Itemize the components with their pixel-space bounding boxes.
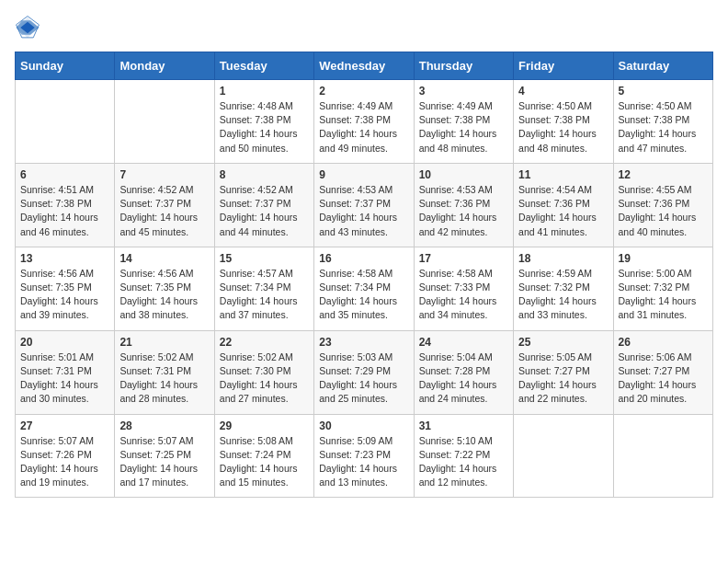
day-number: 28 xyxy=(119,419,209,432)
weekday-header-row: SundayMondayTuesdayWednesdayThursdayFrid… xyxy=(16,52,713,80)
day-info: Sunrise: 5:04 AMSunset: 7:28 PMDaylight:… xyxy=(419,350,508,407)
calendar-cell: 22Sunrise: 5:02 AMSunset: 7:30 PMDayligh… xyxy=(214,330,313,414)
day-info: Sunrise: 4:58 AMSunset: 7:33 PMDaylight:… xyxy=(419,267,508,323)
day-info: Sunrise: 4:50 AMSunset: 7:38 PMDaylight:… xyxy=(619,99,708,155)
calendar-cell xyxy=(115,80,214,164)
calendar-cell: 24Sunrise: 5:04 AMSunset: 7:28 PMDayligh… xyxy=(414,330,513,414)
day-info: Sunrise: 4:49 AMSunset: 7:38 PMDaylight:… xyxy=(419,99,508,155)
calendar-week-3: 13Sunrise: 4:56 AMSunset: 7:35 PMDayligh… xyxy=(16,247,713,330)
day-number: 14 xyxy=(119,252,209,265)
day-number: 3 xyxy=(419,85,508,98)
day-info: Sunrise: 4:50 AMSunset: 7:38 PMDaylight:… xyxy=(518,99,608,155)
day-info: Sunrise: 5:02 AMSunset: 7:30 PMDaylight:… xyxy=(220,350,309,407)
calendar-cell: 31Sunrise: 5:10 AMSunset: 7:22 PMDayligh… xyxy=(414,414,513,498)
day-info: Sunrise: 5:09 AMSunset: 7:23 PMDaylight:… xyxy=(319,434,408,490)
day-number: 7 xyxy=(119,168,209,181)
day-number: 12 xyxy=(619,168,708,181)
logo xyxy=(15,15,44,40)
weekday-header-sunday: Sunday xyxy=(16,52,115,80)
calendar-cell: 20Sunrise: 5:01 AMSunset: 7:31 PMDayligh… xyxy=(16,330,115,414)
day-info: Sunrise: 4:59 AMSunset: 7:32 PMDaylight:… xyxy=(518,267,608,323)
day-number: 24 xyxy=(419,336,508,349)
day-number: 26 xyxy=(619,336,708,349)
calendar-cell: 5Sunrise: 4:50 AMSunset: 7:38 PMDaylight… xyxy=(613,80,712,164)
day-number: 30 xyxy=(319,419,408,432)
calendar-cell: 21Sunrise: 5:02 AMSunset: 7:31 PMDayligh… xyxy=(115,330,214,414)
day-number: 29 xyxy=(220,419,309,432)
calendar-table: SundayMondayTuesdayWednesdayThursdayFrid… xyxy=(15,52,713,498)
day-number: 11 xyxy=(518,168,608,181)
day-info: Sunrise: 4:51 AMSunset: 7:38 PMDaylight:… xyxy=(20,183,109,239)
calendar-week-1: 1Sunrise: 4:48 AMSunset: 7:38 PMDaylight… xyxy=(16,80,713,164)
day-number: 5 xyxy=(619,85,708,98)
day-number: 16 xyxy=(319,252,408,265)
day-number: 8 xyxy=(220,168,309,181)
day-info: Sunrise: 5:07 AMSunset: 7:26 PMDaylight:… xyxy=(20,434,109,490)
calendar-cell: 14Sunrise: 4:56 AMSunset: 7:35 PMDayligh… xyxy=(115,247,214,330)
day-info: Sunrise: 4:49 AMSunset: 7:38 PMDaylight:… xyxy=(319,99,408,155)
calendar-cell: 30Sunrise: 5:09 AMSunset: 7:23 PMDayligh… xyxy=(314,414,414,498)
calendar-cell: 29Sunrise: 5:08 AMSunset: 7:24 PMDayligh… xyxy=(214,414,313,498)
logo-icon xyxy=(15,15,40,40)
day-info: Sunrise: 4:52 AMSunset: 7:37 PMDaylight:… xyxy=(119,183,209,239)
calendar-cell: 16Sunrise: 4:58 AMSunset: 7:34 PMDayligh… xyxy=(314,247,414,330)
calendar-cell: 17Sunrise: 4:58 AMSunset: 7:33 PMDayligh… xyxy=(414,247,513,330)
day-info: Sunrise: 4:57 AMSunset: 7:34 PMDaylight:… xyxy=(220,267,309,323)
day-number: 18 xyxy=(518,252,608,265)
day-info: Sunrise: 4:58 AMSunset: 7:34 PMDaylight:… xyxy=(319,267,408,323)
calendar-cell: 28Sunrise: 5:07 AMSunset: 7:25 PMDayligh… xyxy=(115,414,214,498)
day-number: 6 xyxy=(20,168,109,181)
calendar-cell: 9Sunrise: 4:53 AMSunset: 7:37 PMDaylight… xyxy=(314,163,414,247)
calendar-cell: 8Sunrise: 4:52 AMSunset: 7:37 PMDaylight… xyxy=(214,163,313,247)
calendar-cell: 18Sunrise: 4:59 AMSunset: 7:32 PMDayligh… xyxy=(514,247,613,330)
weekday-header-monday: Monday xyxy=(115,52,214,80)
calendar-cell: 19Sunrise: 5:00 AMSunset: 7:32 PMDayligh… xyxy=(613,247,712,330)
weekday-header-wednesday: Wednesday xyxy=(314,52,414,80)
day-info: Sunrise: 4:48 AMSunset: 7:38 PMDaylight:… xyxy=(220,99,309,155)
calendar-cell: 6Sunrise: 4:51 AMSunset: 7:38 PMDaylight… xyxy=(16,163,115,247)
day-number: 19 xyxy=(619,252,708,265)
day-info: Sunrise: 4:55 AMSunset: 7:36 PMDaylight:… xyxy=(619,183,708,239)
day-number: 20 xyxy=(20,336,109,349)
calendar-cell: 23Sunrise: 5:03 AMSunset: 7:29 PMDayligh… xyxy=(314,330,414,414)
day-number: 17 xyxy=(419,252,508,265)
day-number: 1 xyxy=(220,85,309,98)
calendar-week-4: 20Sunrise: 5:01 AMSunset: 7:31 PMDayligh… xyxy=(16,330,713,414)
calendar-cell: 13Sunrise: 4:56 AMSunset: 7:35 PMDayligh… xyxy=(16,247,115,330)
day-info: Sunrise: 5:00 AMSunset: 7:32 PMDaylight:… xyxy=(619,267,708,323)
day-number: 10 xyxy=(419,168,508,181)
day-info: Sunrise: 5:10 AMSunset: 7:22 PMDaylight:… xyxy=(419,434,508,490)
calendar-cell: 12Sunrise: 4:55 AMSunset: 7:36 PMDayligh… xyxy=(613,163,712,247)
calendar-cell: 1Sunrise: 4:48 AMSunset: 7:38 PMDaylight… xyxy=(214,80,313,164)
day-info: Sunrise: 4:56 AMSunset: 7:35 PMDaylight:… xyxy=(119,267,209,323)
day-info: Sunrise: 4:52 AMSunset: 7:37 PMDaylight:… xyxy=(220,183,309,239)
day-number: 21 xyxy=(119,336,209,349)
calendar-cell xyxy=(613,414,712,498)
day-number: 25 xyxy=(518,336,608,349)
day-number: 9 xyxy=(319,168,408,181)
day-number: 4 xyxy=(518,85,608,98)
calendar-cell: 2Sunrise: 4:49 AMSunset: 7:38 PMDaylight… xyxy=(314,80,414,164)
day-number: 27 xyxy=(20,419,109,432)
calendar-cell: 26Sunrise: 5:06 AMSunset: 7:27 PMDayligh… xyxy=(613,330,712,414)
calendar-cell: 4Sunrise: 4:50 AMSunset: 7:38 PMDaylight… xyxy=(514,80,613,164)
calendar-cell: 15Sunrise: 4:57 AMSunset: 7:34 PMDayligh… xyxy=(214,247,313,330)
calendar-cell xyxy=(514,414,613,498)
weekday-header-friday: Friday xyxy=(514,52,613,80)
calendar-cell: 27Sunrise: 5:07 AMSunset: 7:26 PMDayligh… xyxy=(16,414,115,498)
day-number: 23 xyxy=(319,336,408,349)
day-number: 15 xyxy=(220,252,309,265)
calendar-body: 1Sunrise: 4:48 AMSunset: 7:38 PMDaylight… xyxy=(16,80,713,498)
day-number: 2 xyxy=(319,85,408,98)
day-number: 22 xyxy=(220,336,309,349)
day-info: Sunrise: 5:02 AMSunset: 7:31 PMDaylight:… xyxy=(119,350,209,407)
day-info: Sunrise: 5:08 AMSunset: 7:24 PMDaylight:… xyxy=(220,434,309,490)
day-number: 13 xyxy=(20,252,109,265)
calendar-cell: 10Sunrise: 4:53 AMSunset: 7:36 PMDayligh… xyxy=(414,163,513,247)
day-info: Sunrise: 4:53 AMSunset: 7:37 PMDaylight:… xyxy=(319,183,408,239)
calendar-cell: 11Sunrise: 4:54 AMSunset: 7:36 PMDayligh… xyxy=(514,163,613,247)
calendar-cell: 25Sunrise: 5:05 AMSunset: 7:27 PMDayligh… xyxy=(514,330,613,414)
calendar-week-5: 27Sunrise: 5:07 AMSunset: 7:26 PMDayligh… xyxy=(16,414,713,498)
day-info: Sunrise: 5:03 AMSunset: 7:29 PMDaylight:… xyxy=(319,350,408,407)
weekday-header-thursday: Thursday xyxy=(414,52,513,80)
